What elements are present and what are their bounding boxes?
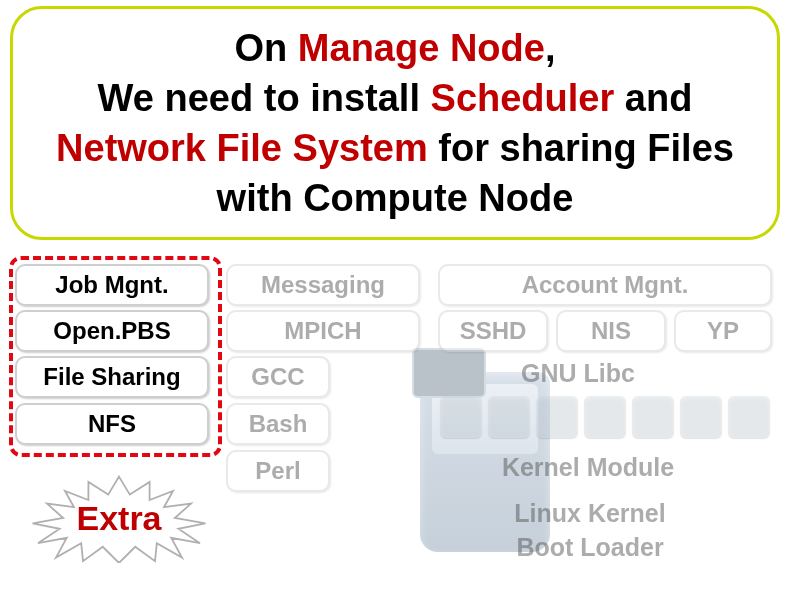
headline-text: On Manage Node, We need to install Sched… — [31, 23, 759, 224]
label-boot-loader: Boot Loader — [480, 534, 700, 562]
label-kernel-module: Kernel Module — [458, 454, 718, 482]
extra-starburst: Extra — [24, 473, 214, 563]
hl-seg-red: Manage Node — [298, 27, 545, 69]
box-open-pbs: Open.PBS — [15, 310, 209, 352]
box-mpich: MPICH — [226, 310, 420, 352]
box-file-sharing: File Sharing — [15, 356, 209, 398]
box-sshd: SSHD — [438, 310, 548, 352]
hl-seg: , — [545, 27, 556, 69]
extra-label: Extra — [24, 473, 214, 563]
stack-area: Job Mgnt. Open.PBS File Sharing NFS Mess… — [10, 248, 780, 588]
hl-seg-red: Scheduler — [431, 77, 615, 119]
hl-seg: On — [235, 27, 298, 69]
label-linux-kernel: Linux Kernel — [480, 500, 700, 528]
slide: On Manage Node, We need to install Sched… — [0, 0, 794, 595]
box-perl: Perl — [226, 450, 330, 492]
box-nis: NIS — [556, 310, 666, 352]
hl-seg: and — [614, 77, 692, 119]
hardware-icons — [440, 396, 770, 440]
box-job-mgnt: Job Mgnt. — [15, 264, 209, 306]
hl-seg: We need to install — [98, 77, 431, 119]
hl-seg-red: Network File System — [56, 127, 428, 169]
box-messaging: Messaging — [226, 264, 420, 306]
box-nfs: NFS — [15, 403, 209, 445]
label-gnu-libc: GNU Libc — [478, 360, 678, 388]
box-bash: Bash — [226, 403, 330, 445]
box-account-mgnt: Account Mgnt. — [438, 264, 772, 306]
box-gcc: GCC — [226, 356, 330, 398]
box-yp: YP — [674, 310, 772, 352]
headline-card: On Manage Node, We need to install Sched… — [10, 6, 780, 240]
